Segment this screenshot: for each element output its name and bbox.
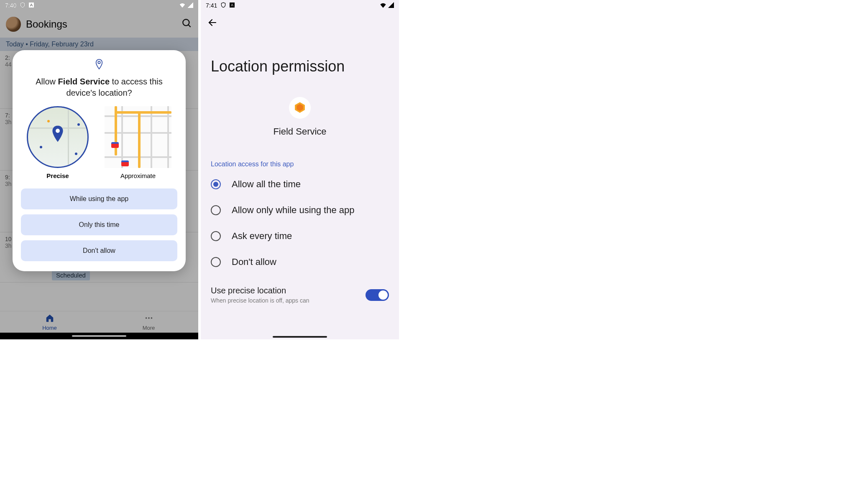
svg-point-9 bbox=[98, 61, 100, 64]
dont-allow-button[interactable]: Don't allow bbox=[21, 240, 177, 261]
allow-only-this-time-button[interactable]: Only this time bbox=[21, 214, 177, 235]
radio-selected-icon bbox=[211, 179, 221, 189]
precise-title: Use precise location bbox=[211, 286, 309, 295]
section-label: Location access for this app bbox=[201, 160, 399, 171]
shield-icon bbox=[20, 2, 26, 9]
signal-icon bbox=[187, 2, 193, 9]
accuracy-precise[interactable]: Precise bbox=[27, 106, 89, 179]
radio-unselected-icon bbox=[211, 231, 221, 241]
dialog-title: Allow Field Service to access this devic… bbox=[21, 76, 177, 106]
signal-icon bbox=[388, 2, 394, 9]
precise-subtitle: When precise location is off, apps can bbox=[211, 297, 309, 304]
accuracy-approximate[interactable]: Approximate bbox=[105, 106, 171, 179]
svg-point-10 bbox=[56, 129, 60, 133]
app-info-block: Field Service bbox=[201, 87, 399, 160]
radio-unselected-icon bbox=[211, 257, 221, 267]
status-bar-overlay: 7:40 A bbox=[0, 0, 198, 11]
phone-right: 7:41 A Location permission bbox=[201, 0, 399, 339]
option-allow-while-using[interactable]: Allow only while using the app bbox=[201, 197, 399, 223]
precise-map-icon bbox=[27, 106, 89, 168]
status-time: 7:41 bbox=[206, 2, 217, 9]
location-pin-icon bbox=[95, 59, 104, 72]
radio-unselected-icon bbox=[211, 205, 221, 215]
badge-icon: A bbox=[29, 2, 34, 9]
status-bar: 7:41 A bbox=[201, 0, 399, 11]
badge-icon: A bbox=[230, 2, 235, 9]
shield-icon bbox=[220, 2, 226, 9]
wifi-icon bbox=[179, 2, 186, 9]
status-time: 7:40 bbox=[5, 2, 16, 9]
option-dont-allow[interactable]: Don't allow bbox=[201, 249, 399, 275]
pin-icon bbox=[51, 125, 65, 145]
app-name: Field Service bbox=[273, 126, 326, 137]
option-allow-all-time[interactable]: Allow all the time bbox=[201, 171, 399, 197]
precise-label: Precise bbox=[46, 172, 69, 179]
option-ask-every-time[interactable]: Ask every time bbox=[201, 223, 399, 249]
gesture-pill[interactable] bbox=[273, 336, 327, 338]
svg-text:A: A bbox=[30, 3, 33, 7]
permission-dialog: Allow Field Service to access this devic… bbox=[13, 50, 186, 271]
approximate-map-icon bbox=[105, 106, 171, 168]
use-precise-location-row[interactable]: Use precise location When precise locati… bbox=[201, 275, 399, 304]
svg-text:A: A bbox=[231, 3, 233, 7]
page-title: Location permission bbox=[201, 33, 399, 87]
phone-left: 7:40 A Bookings bbox=[0, 0, 198, 339]
precise-location-toggle[interactable] bbox=[366, 289, 389, 301]
back-icon[interactable] bbox=[207, 22, 217, 29]
approximate-label: Approximate bbox=[120, 172, 156, 179]
app-icon bbox=[289, 97, 311, 119]
accuracy-options: Precise Approximate bbox=[21, 106, 177, 179]
allow-while-using-button[interactable]: While using the app bbox=[21, 188, 177, 209]
wifi-icon bbox=[380, 2, 386, 9]
